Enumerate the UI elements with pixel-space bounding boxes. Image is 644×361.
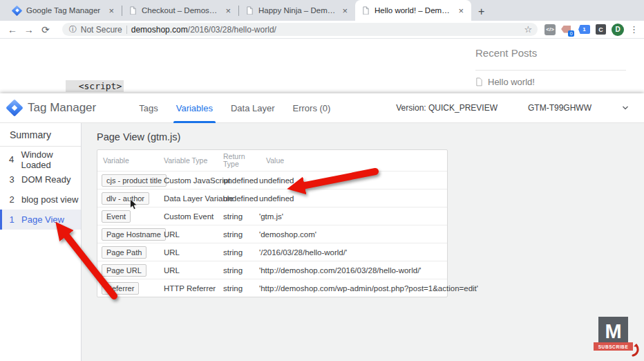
variable-cell: Event <box>97 210 164 223</box>
table-body: cjs - product title Custom JavaScript un… <box>97 171 447 297</box>
tag-manager-brand: Tag Manager <box>28 101 96 115</box>
tab-close-icon[interactable]: × <box>456 6 466 16</box>
variable-type-cell: Data Layer Variable <box>164 194 223 203</box>
gtm-tab-errors[interactable]: Errors (0) <box>293 93 331 123</box>
gtm-tab-bar: Tags Variables Data Layer Errors (0) <box>139 93 330 123</box>
tab-checkout-demoshop[interactable]: Checkout – Demoshop × <box>122 0 238 21</box>
table-row: cjs - product title Custom JavaScript un… <box>97 171 447 189</box>
subscribe-ribbon: SUBSCRIBE <box>594 342 633 351</box>
value-cell: 'http://demoshop.com/wp-admin/post.php?p… <box>256 284 478 293</box>
value-cell: undefined <box>256 194 447 203</box>
gtm-tab-tags[interactable]: Tags <box>139 93 158 123</box>
return-type-cell: undefined <box>223 194 256 203</box>
page-favicon-icon <box>362 6 370 15</box>
tab-close-icon[interactable]: × <box>223 6 233 16</box>
recent-posts-widget: Recent Posts Hello world! <box>475 47 626 87</box>
table-row: Page Path URL string '/2016/03/28/hello-… <box>97 243 447 261</box>
security-label: Not Secure <box>81 25 122 35</box>
table-row: Page URL URL string 'http://demoshop.com… <box>97 261 447 279</box>
profile-avatar[interactable]: D <box>612 24 624 36</box>
variable-chip[interactable]: Referrer <box>102 282 139 295</box>
variable-chip[interactable]: Page Hostname <box>102 228 166 241</box>
variable-chip[interactable]: Page URL <box>102 264 146 277</box>
event-list-item[interactable]: 2 blog post view <box>0 189 81 210</box>
chevron-down-icon[interactable] <box>622 104 629 111</box>
col-header-return-type: Return Type <box>223 153 251 168</box>
event-number: 2 <box>9 194 15 205</box>
recent-post-title: Hello world! <box>488 77 535 87</box>
return-type-cell: string <box>223 248 256 257</box>
gtm-panel-header: Tag Manager Tags Variables Data Layer Er… <box>0 93 644 123</box>
tab-close-icon[interactable]: × <box>340 6 350 16</box>
url-host: demoshop.com <box>131 25 188 35</box>
tag-assistant-icon[interactable]: 0 <box>561 25 573 35</box>
curved-arrow-icon <box>631 343 641 357</box>
address-separator <box>126 26 127 34</box>
event-list-item[interactable]: 3 DOM Ready <box>0 169 81 189</box>
table-row: dlv - author Data Layer Variable undefin… <box>97 189 447 207</box>
variable-cell: cjs - product title <box>97 174 164 187</box>
return-type-cell: undefined <box>223 176 256 185</box>
blue-tag-extension-icon[interactable]: 1 <box>578 25 590 34</box>
info-icon[interactable]: ⓘ <box>69 24 77 35</box>
tab-happy-ninja-demoshop[interactable]: Happy Ninja – Demoshop × <box>239 0 355 21</box>
tab-hello-world-demoshop[interactable]: Hello world! – Demoshop × <box>355 0 471 21</box>
c-extension-icon[interactable]: C <box>596 24 606 35</box>
url-text: demoshop.com/2016/03/28/hello-world/ <box>131 25 276 35</box>
recent-posts-heading: Recent Posts <box>475 47 626 59</box>
tab-title: Happy Ninja – Demoshop <box>258 6 335 15</box>
gtm-tab-data-layer[interactable]: Data Layer <box>231 93 275 123</box>
event-label: Window Loaded <box>21 149 81 170</box>
variable-chip[interactable]: Event <box>102 210 131 223</box>
webpage-content: <script>var dataLayer = window.dataLayer… <box>0 39 644 93</box>
forward-icon[interactable]: → <box>21 24 37 35</box>
gtm-tab-variables[interactable]: Variables <box>176 93 213 123</box>
gtm-main-panel: Page View (gtm.js) Variable Variable Typ… <box>82 123 644 361</box>
variable-chip[interactable]: Page Path <box>102 246 146 259</box>
sidebar-summary[interactable]: Summary <box>0 123 81 147</box>
bookmark-star-icon[interactable]: ☆ <box>524 24 532 35</box>
col-header-variable-type: Variable Type <box>164 157 223 165</box>
event-label: Page View <box>21 214 64 225</box>
table-row: Page Hostname URL string 'demoshop.com' <box>97 225 447 243</box>
variable-type-cell: URL <box>164 266 223 275</box>
new-tab-button[interactable]: + <box>478 6 484 18</box>
table-row: Event Custom Event string 'gtm.js' <box>97 207 447 225</box>
reload-icon[interactable]: ⟳ <box>37 24 54 35</box>
table-header-row: Variable Variable Type Return Type Value <box>97 150 447 171</box>
datalayer-code-block: <script>var dataLayer = window.dataLayer… <box>66 40 286 93</box>
tab-close-icon[interactable]: × <box>106 6 116 16</box>
return-type-cell: string <box>223 212 256 221</box>
tag-manager-logo-icon <box>7 100 22 115</box>
extensions-row: </> 0 1 C <box>544 24 606 35</box>
browser-tab-strip: Google Tag Manager × Checkout – Demoshop… <box>0 0 644 21</box>
variable-type-cell: URL <box>164 230 223 239</box>
url-path: /2016/03/28/hello-world/ <box>188 25 276 35</box>
variable-chip[interactable]: cjs - product title <box>102 174 167 187</box>
event-detail-title: Page View (gtm.js) <box>97 131 180 142</box>
value-cell: 'demoshop.com' <box>256 230 447 239</box>
col-header-variable: Variable <box>97 157 164 165</box>
gtm-favicon-icon <box>12 6 21 15</box>
variable-cell: Page URL <box>97 264 164 277</box>
tag-assistant-badge: 0 <box>568 30 574 37</box>
event-number: 1 <box>9 214 15 225</box>
variable-chip[interactable]: dlv - author <box>102 192 149 205</box>
back-icon[interactable]: ← <box>4 24 21 35</box>
address-bar[interactable]: ⓘ Not Secure demoshop.com/2016/03/28/hel… <box>62 23 538 36</box>
tab-google-tag-manager[interactable]: Google Tag Manager × <box>6 0 122 21</box>
tab-title: Checkout – Demoshop <box>142 6 218 15</box>
return-type-cell: string <box>223 230 256 239</box>
page-favicon-icon <box>129 6 137 15</box>
variable-type-cell: Custom Event <box>164 212 223 221</box>
variables-table: Variable Variable Type Return Type Value… <box>97 149 448 297</box>
tab-title: Google Tag Manager <box>26 6 102 15</box>
browser-menu-icon[interactable]: ⋮ <box>629 24 638 35</box>
code-extension-icon[interactable]: </> <box>544 24 556 35</box>
recent-post-link[interactable]: Hello world! <box>475 77 626 87</box>
gtm-event-sidebar: Summary 4 Window Loaded 3 DOM Ready 2 <box>0 123 82 361</box>
event-list-item[interactable]: 4 Window Loaded <box>0 149 81 169</box>
variable-type-cell: URL <box>164 248 223 257</box>
table-row: Referrer HTTP Referrer string 'http://de… <box>97 279 447 297</box>
event-list-item[interactable]: 1 Page View <box>0 210 81 230</box>
